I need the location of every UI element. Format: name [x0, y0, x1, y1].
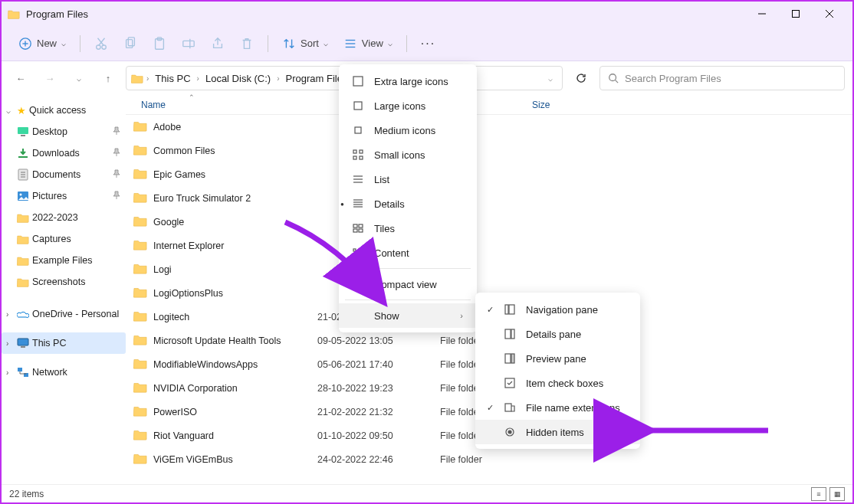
rename-button[interactable] — [176, 31, 202, 56]
svg-line-21 — [616, 80, 619, 83]
svg-rect-37 — [355, 127, 361, 133]
svg-rect-11 — [126, 39, 133, 47]
new-label: New — [37, 38, 57, 49]
up-button[interactable]: ↑ — [97, 67, 120, 90]
paste-button[interactable] — [146, 31, 172, 56]
delete-button[interactable] — [234, 31, 260, 56]
svg-rect-61 — [505, 305, 508, 314]
breadcrumb-item[interactable]: This PC — [152, 71, 193, 86]
menu-show-detpane[interactable]: Details pane — [475, 322, 640, 346]
column-name[interactable]: Name ⌃ — [126, 100, 317, 110]
file-name: ViGEm ViGEmBus — [153, 454, 233, 465]
sort-button[interactable]: Sort ⌵ — [276, 31, 334, 56]
file-name: Microsoft Update Health Tools — [153, 335, 281, 346]
sidebar-onedrive[interactable]: › OneDrive - Personal — [2, 303, 126, 325]
file-date: 05-06-2021 17:40 — [317, 359, 440, 370]
menu-show-hidden[interactable]: Hidden items — [475, 420, 640, 444]
svg-point-30 — [20, 194, 22, 196]
file-row[interactable]: Google ler — [126, 210, 852, 234]
file-date: 24-02-2022 22:46 — [317, 454, 440, 465]
column-size[interactable]: Size — [532, 100, 578, 110]
sidebar-pinned-item[interactable]: Pictures — [2, 185, 126, 207]
svg-rect-68 — [505, 404, 511, 411]
menu-show-check[interactable]: Item check boxes — [475, 371, 640, 395]
file-row[interactable]: Logi ler — [126, 257, 852, 281]
menu-show-ext[interactable]: ✓ File name extensions — [475, 395, 640, 420]
close-button[interactable] — [813, 2, 846, 25]
navpane-icon — [503, 303, 517, 316]
recent-menu-chevron[interactable]: ⌵ — [67, 67, 90, 90]
thumbnail-view-button[interactable]: ▦ — [829, 487, 845, 501]
forward-button[interactable]: → — [38, 67, 61, 90]
menu-show-navpane[interactable]: ✓ Navigation pane — [475, 297, 640, 322]
file-name: PowerISO — [153, 407, 197, 417]
svg-rect-15 — [183, 41, 194, 46]
sidebar-folder-item[interactable]: Captures — [2, 228, 126, 250]
network-icon — [17, 366, 29, 378]
check-icon — [503, 376, 517, 390]
folder-icon — [131, 73, 143, 83]
file-row[interactable]: Epic Games ler — [126, 162, 852, 186]
view-button[interactable]: View ⌵ — [337, 31, 399, 56]
search-input[interactable]: Search Program Files — [599, 66, 845, 90]
file-row[interactable]: Common Files ler — [126, 139, 852, 162]
minimize-button[interactable] — [745, 2, 779, 25]
details-view-button[interactable]: ≡ — [811, 487, 826, 501]
xl-icon — [351, 74, 365, 88]
file-row[interactable]: Internet Explorer ler — [126, 234, 852, 257]
refresh-button[interactable] — [569, 66, 593, 90]
svg-rect-1 — [793, 11, 800, 18]
svg-rect-23 — [21, 135, 25, 136]
sidebar-folder-item[interactable]: Example Files — [2, 250, 126, 271]
copy-button[interactable] — [117, 31, 143, 56]
folder-icon — [133, 333, 147, 348]
menu-show-prevpane[interactable]: Preview pane — [475, 346, 640, 371]
status-count: 22 items — [9, 489, 44, 499]
menu-view-xl[interactable]: Extra large icons — [339, 69, 477, 93]
sidebar-folder-item[interactable]: 2022-2023 — [2, 207, 126, 228]
window-title: Program Files — [26, 8, 745, 20]
file-name: Euro Truck Simulator 2 — [153, 193, 251, 204]
svg-rect-62 — [509, 305, 514, 314]
file-name: Logitech — [153, 312, 189, 322]
file-row[interactable]: Euro Truck Simulator 2 ler — [126, 186, 852, 210]
svg-rect-67 — [505, 378, 514, 388]
more-button[interactable]: ··· — [415, 37, 442, 51]
file-type: File folder — [440, 454, 532, 465]
sidebar-folder-item[interactable]: Screenshots — [2, 271, 126, 293]
maximize-button[interactable] — [779, 2, 813, 25]
sidebar-quick-access[interactable]: ⌵ ★ Quick access — [2, 100, 126, 121]
menu-view-m[interactable]: Medium icons — [339, 118, 477, 142]
sidebar-pinned-item[interactable]: Downloads — [2, 142, 126, 164]
sidebar-pinned-item[interactable]: Documents — [2, 164, 126, 185]
chevron-down-icon: ⌵ — [61, 39, 66, 47]
annotation-arrow — [278, 214, 400, 316]
menu-view-details[interactable]: ● Details — [339, 191, 477, 216]
pin-icon — [112, 191, 121, 201]
ext-icon — [503, 401, 517, 414]
monitor-icon — [17, 337, 29, 349]
menu-view-list[interactable]: List — [339, 167, 477, 191]
svg-rect-40 — [353, 156, 356, 159]
folder-icon — [17, 211, 29, 224]
cloud-icon — [17, 308, 29, 320]
folder-icon — [133, 357, 147, 371]
sidebar-network[interactable]: › Network — [2, 362, 126, 383]
l-icon — [351, 99, 365, 113]
sidebar-this-pc[interactable]: › This PC — [2, 332, 126, 354]
back-button[interactable]: ← — [9, 67, 32, 90]
file-row[interactable]: Adobe — [126, 115, 852, 139]
folder-icon — [133, 428, 147, 443]
breadcrumb-item[interactable]: Local Disk (C:) — [202, 71, 274, 86]
cut-button[interactable] — [88, 31, 114, 56]
menu-view-s[interactable]: Small icons — [339, 142, 477, 167]
menu-view-l[interactable]: Large icons — [339, 93, 477, 118]
new-button[interactable]: New ⌵ — [12, 31, 72, 56]
detpane-icon — [503, 327, 517, 341]
column-headers: Name ⌃ Date modified Type Size — [126, 95, 852, 115]
svg-rect-65 — [505, 354, 511, 363]
file-row[interactable]: ViGEm ViGEmBus 24-02-2022 22:46 File fol… — [126, 447, 852, 471]
sidebar-pinned-item[interactable]: Desktop — [2, 121, 126, 142]
share-button[interactable] — [205, 31, 231, 56]
chevron-right-icon: › — [460, 311, 463, 320]
